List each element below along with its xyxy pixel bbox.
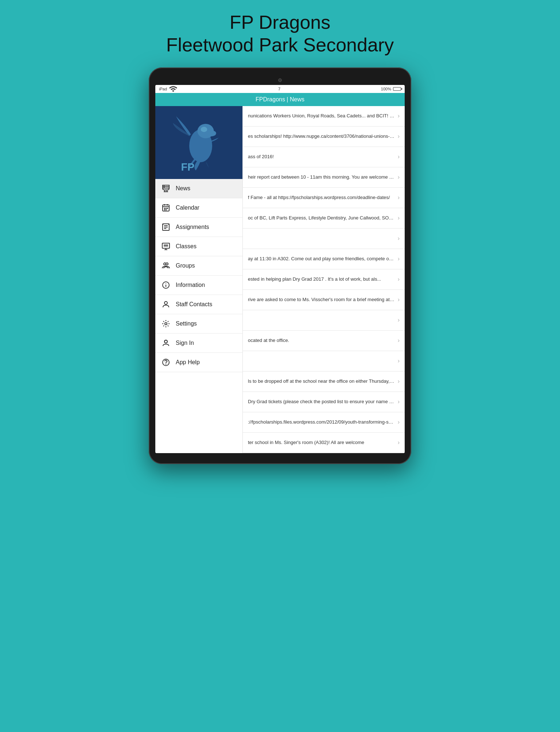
chevron-right-icon: › xyxy=(398,337,400,344)
sidebar-item-sign-in[interactable]: Sign In xyxy=(155,334,242,353)
news-item-text: Dry Grad tickets (please check the poste… xyxy=(248,399,395,405)
app-header-title: FPDragons | News xyxy=(256,96,304,103)
sidebar: FP xyxy=(155,106,243,453)
news-item-text: oc of BC, Lift Parts Express, Lifestyle … xyxy=(248,215,395,221)
sidebar-item-groups[interactable]: Groups xyxy=(155,256,242,276)
sidebar-item-settings[interactable]: Settings xyxy=(155,314,242,334)
chevron-right-icon: › xyxy=(398,235,400,242)
chevron-right-icon: › xyxy=(398,378,400,385)
device-label: iPad xyxy=(159,87,167,91)
groups-icon xyxy=(161,261,171,270)
svg-point-33 xyxy=(166,283,166,284)
svg-rect-18 xyxy=(164,209,165,210)
chevron-right-icon: › xyxy=(398,439,400,446)
classes-icon xyxy=(161,242,171,251)
svg-point-4 xyxy=(201,127,207,132)
page-title: FP Dragons Fleetwood Park Secondary xyxy=(166,11,394,57)
news-item[interactable]: ://fpscholarships.files.wordpress.com/20… xyxy=(243,412,405,433)
news-item-text: f Fame - all at https://fpscholarships.w… xyxy=(248,195,395,201)
news-item[interactable]: › xyxy=(243,310,405,331)
news-item[interactable]: heir report card between 10 - 11am this … xyxy=(243,167,405,188)
news-item[interactable]: oc of BC, Lift Parts Express, Lifestyle … xyxy=(243,208,405,229)
svg-rect-17 xyxy=(167,208,168,209)
sidebar-item-app-help[interactable]: App Help xyxy=(155,353,242,372)
news-item-text: ls to be dropped off at the school near … xyxy=(248,378,395,385)
nav-label-news: News xyxy=(176,185,190,192)
svg-rect-16 xyxy=(166,208,167,209)
chevron-right-icon: › xyxy=(398,398,400,405)
news-item[interactable]: Dry Grad tickets (please check the poste… xyxy=(243,392,405,412)
chevron-right-icon: › xyxy=(398,133,400,140)
sidebar-item-assignments[interactable]: Assignments xyxy=(155,218,242,237)
information-icon xyxy=(161,280,171,290)
status-bar: iPad 7 100% xyxy=(155,85,405,93)
svg-rect-19 xyxy=(166,209,167,210)
title-line2: Fleetwood Park Secondary xyxy=(166,34,394,56)
svg-point-37 xyxy=(164,340,167,343)
nav-label-information: Information xyxy=(176,282,205,288)
svg-point-30 xyxy=(166,263,168,265)
app-body: FP xyxy=(155,106,405,453)
status-signal: 7 xyxy=(278,87,280,91)
news-item[interactable]: ls to be dropped off at the school near … xyxy=(243,371,405,392)
status-right: 100% xyxy=(381,87,401,91)
svg-point-34 xyxy=(164,301,167,304)
sidebar-item-calendar[interactable]: Calendar xyxy=(155,198,242,218)
sidebar-item-classes[interactable]: Classes xyxy=(155,237,242,256)
news-item[interactable]: rive are asked to come to Ms. Visscher's… xyxy=(243,290,405,310)
news-item[interactable]: › xyxy=(243,229,405,249)
news-item-text: ter school in Ms. Singer's room (A302)! … xyxy=(248,440,395,446)
chevron-right-icon: › xyxy=(398,317,400,323)
battery-percent: 100% xyxy=(381,87,391,91)
calendar-icon xyxy=(161,203,171,213)
chevron-right-icon: › xyxy=(398,296,400,303)
news-item[interactable]: f Fame - all at https://fpscholarships.w… xyxy=(243,188,405,208)
news-item[interactable]: ass of 2016!› xyxy=(243,147,405,167)
sidebar-item-staff-contacts[interactable]: Staff Contacts xyxy=(155,295,242,314)
app-header: FPDragons | News xyxy=(155,93,405,106)
news-item-text: ested in helping plan Dry Grad 2017 . It… xyxy=(248,276,395,283)
sidebar-logo: FP xyxy=(155,106,242,179)
nav-label-staff-contacts: Staff Contacts xyxy=(176,301,212,308)
sidebar-nav: News xyxy=(155,179,242,453)
sidebar-item-news[interactable]: News xyxy=(155,179,242,198)
nav-label-classes: Classes xyxy=(176,243,197,250)
news-icon xyxy=(161,184,171,193)
chevron-right-icon: › xyxy=(398,256,400,262)
wifi-icon xyxy=(169,85,178,93)
chevron-right-icon: › xyxy=(398,276,400,283)
news-item[interactable]: › xyxy=(243,351,405,371)
svg-point-35 xyxy=(165,323,167,325)
nav-label-groups: Groups xyxy=(176,262,195,269)
nav-label-assignments: Assignments xyxy=(176,224,209,230)
news-item-text: rive are asked to come to Ms. Visscher's… xyxy=(248,297,395,303)
svg-point-39 xyxy=(166,364,166,364)
chevron-right-icon: › xyxy=(398,215,400,221)
news-item-text: ass of 2016! xyxy=(248,154,395,160)
sign-in-icon xyxy=(161,338,171,348)
news-item-text: ay at 11:30 in A302. Come out and play s… xyxy=(248,256,395,262)
news-item[interactable]: es scholarships! http://www.nupge.ca/con… xyxy=(243,126,405,147)
news-item[interactable]: ested in helping plan Dry Grad 2017 . It… xyxy=(243,269,405,290)
svg-rect-15 xyxy=(164,208,165,209)
news-item[interactable]: ocated at the office.› xyxy=(243,331,405,351)
chevron-right-icon: › xyxy=(398,194,400,201)
ipad-screen: iPad 7 100% FPDragons | News xyxy=(155,85,405,453)
news-item[interactable]: ter school in Ms. Singer's room (A302)! … xyxy=(243,433,405,453)
title-line1: FP Dragons xyxy=(166,11,394,34)
sidebar-item-information[interactable]: Information xyxy=(155,276,242,295)
nav-label-sign-in: Sign In xyxy=(176,340,194,346)
news-item-text: heir report card between 10 - 11am this … xyxy=(248,174,395,180)
news-item-text: nunications Workers Union, Royal Roads, … xyxy=(248,113,395,119)
news-item[interactable]: nunications Workers Union, Royal Roads, … xyxy=(243,106,405,126)
status-left: iPad xyxy=(159,85,178,93)
news-item-text: ://fpscholarships.files.wordpress.com/20… xyxy=(248,419,395,425)
dragon-logo: FP xyxy=(170,110,228,175)
news-item-text: es scholarships! http://www.nupge.ca/con… xyxy=(248,133,395,140)
nav-label-settings: Settings xyxy=(176,320,197,327)
news-item[interactable]: ay at 11:30 in A302. Come out and play s… xyxy=(243,249,405,269)
nav-label-app-help: App Help xyxy=(176,359,200,366)
staff-contacts-icon xyxy=(161,300,171,309)
chevron-right-icon: › xyxy=(398,153,400,160)
news-item-text: ocated at the office. xyxy=(248,338,395,344)
